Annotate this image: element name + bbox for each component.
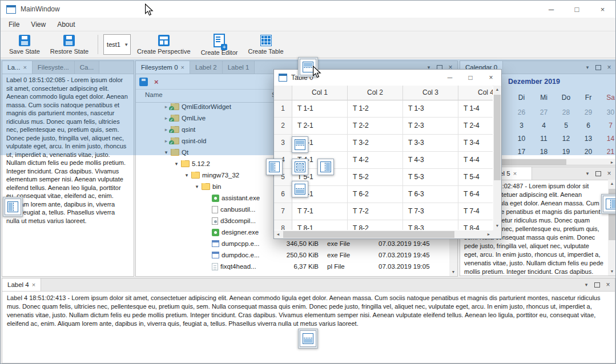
table-cell[interactable]: T 4-4 xyxy=(458,152,493,169)
folder-icon xyxy=(181,160,190,167)
table-cell[interactable]: T 7-4 xyxy=(458,203,493,220)
table-cell[interactable]: T 7-1 xyxy=(292,203,348,220)
drop-indicator-dock-left[interactable] xyxy=(266,159,283,175)
drop-indicator-right-edge[interactable] xyxy=(601,194,616,214)
table-cell[interactable]: T 1-2 xyxy=(348,100,403,118)
tab-close-icon[interactable]: × xyxy=(513,170,517,177)
menu-view[interactable]: View xyxy=(25,19,51,30)
table-row-header[interactable]: 7 xyxy=(274,203,292,220)
perspective-icon xyxy=(158,35,170,46)
table-row: 7T 7-1T 7-2T 7-3T 7-4 xyxy=(274,203,493,220)
mouse-cursor xyxy=(143,3,155,16)
create-table-button[interactable]: Create Table xyxy=(244,34,287,56)
scroll-left-icon[interactable]: ◄ xyxy=(274,230,282,238)
table-cell[interactable]: T 5-3 xyxy=(403,169,458,186)
table-cell[interactable]: T 8-2 xyxy=(348,220,403,230)
tree-row-dumpdoc-e[interactable]: dumpdoc.e...250,50 KiBexe File07.03.2019… xyxy=(136,249,449,261)
tab-label-4[interactable]: Label 4 × xyxy=(2,278,41,291)
table-row: 2T 2-1T 2-2T 2-3T 2-4 xyxy=(274,118,493,135)
table-cell[interactable]: T 4-3 xyxy=(403,152,458,169)
table-cell[interactable]: T 8-1 xyxy=(292,220,348,230)
table-row-header[interactable]: 6 xyxy=(274,186,292,203)
table-row-header[interactable]: 2 xyxy=(274,118,292,135)
table-row-header[interactable]: 1 xyxy=(274,100,292,118)
maximize-button[interactable]: □ xyxy=(460,70,481,86)
drop-indicator-dock-center[interactable] xyxy=(292,159,308,175)
scroll-up-icon[interactable]: ▲ xyxy=(493,86,501,94)
drop-indicator-left-edge[interactable] xyxy=(3,197,23,217)
table-cell[interactable]: T 4-2 xyxy=(348,152,403,169)
dock-menu-icon[interactable]: ▾ xyxy=(584,169,591,177)
menu-file[interactable]: File xyxy=(3,19,25,30)
table-row-header[interactable]: 8 xyxy=(274,220,292,230)
drop-indicator-dock-bottom[interactable] xyxy=(292,181,308,197)
table-cell[interactable]: T 2-4 xyxy=(458,118,493,135)
table-cell[interactable]: T 6-3 xyxy=(403,186,458,203)
table-hscrollbar[interactable]: ◄ ► xyxy=(274,230,493,238)
file-gray-icon xyxy=(212,206,218,213)
table-window-icon xyxy=(279,74,287,82)
expander-open-icon[interactable]: ▾ xyxy=(183,172,191,178)
tree-row-fixqt4head[interactable]: fixqt4head...6,37 KiBpl File07.03.2019 1… xyxy=(136,261,449,272)
drop-indicator-bottom-edge[interactable] xyxy=(298,329,318,349)
table-cell[interactable]: T 6-4 xyxy=(458,186,493,203)
tab-close-icon[interactable]: × xyxy=(32,281,35,288)
scroll-right-icon[interactable]: ► xyxy=(608,159,616,165)
table-header-row: Col 1Col 2Col 3Col 4 xyxy=(274,86,493,100)
table-row: 8T 8-1T 8-2T 8-3T 8-4 xyxy=(274,220,493,230)
table-cell[interactable]: T 5-4 xyxy=(458,169,493,186)
table-cell[interactable]: T 1-3 xyxy=(403,100,458,118)
table-column-header-col-2[interactable]: Col 2 xyxy=(348,86,403,100)
close-button[interactable]: × xyxy=(590,1,615,18)
table-cell[interactable]: T 6-2 xyxy=(348,186,403,203)
table-column-header-col-4[interactable]: Col 4 xyxy=(458,86,493,100)
tree-row-dumpcpp-e[interactable]: dumpcpp.e...346,50 KiBexe File07.03.2019… xyxy=(136,238,449,249)
minimize-button[interactable]: ─ xyxy=(440,70,460,86)
scroll-right-icon[interactable]: ► xyxy=(485,230,493,238)
perspective-combobox[interactable]: test1 ▼ xyxy=(103,34,131,55)
scroll-down-icon[interactable]: ▼ xyxy=(493,222,501,230)
table-column-header-col-1[interactable]: Col 1 xyxy=(292,86,348,100)
table-cell[interactable]: T 5-2 xyxy=(348,169,403,186)
save-state-button[interactable]: Save State xyxy=(5,34,44,56)
maximize-button[interactable]: □ xyxy=(564,1,590,18)
table-cell[interactable]: T 7-3 xyxy=(403,203,458,220)
table-cell[interactable]: T 2-3 xyxy=(403,118,458,135)
dock-float-icon[interactable] xyxy=(595,169,602,177)
save-icon xyxy=(19,35,30,46)
dock-float-icon[interactable] xyxy=(594,281,601,289)
table-cell[interactable]: T 8-4 xyxy=(458,220,493,230)
table-cell[interactable]: T 2-1 xyxy=(292,118,348,135)
table-row-header[interactable]: 3 xyxy=(274,135,292,152)
menu-about[interactable]: About xyxy=(51,19,80,30)
expander-open-icon[interactable]: ▾ xyxy=(193,184,201,189)
create-editor-button[interactable]: Create Editor xyxy=(197,33,242,57)
table-cell[interactable]: T 2-2 xyxy=(348,118,403,135)
scroll-down-icon[interactable]: ▼ xyxy=(608,268,616,276)
menubar: FileViewAbout xyxy=(1,18,615,31)
minimize-button[interactable]: ─ xyxy=(538,1,564,18)
table-cell[interactable]: T 7-2 xyxy=(348,203,403,220)
dock-close-icon[interactable]: × xyxy=(605,281,611,289)
restore-state-button[interactable]: Restore State xyxy=(46,34,92,56)
table-cell[interactable]: T 1-4 xyxy=(458,100,493,118)
scroll-down-icon[interactable]: ▼ xyxy=(449,268,457,276)
drop-indicator-dock-right[interactable] xyxy=(317,159,334,175)
table-column-header-col-3[interactable]: Col 3 xyxy=(403,86,458,100)
scroll-thumb[interactable] xyxy=(494,95,501,180)
table-cell[interactable]: T 3-4 xyxy=(458,135,493,152)
dock-menu-icon[interactable]: ▾ xyxy=(583,281,590,289)
close-button[interactable]: × xyxy=(481,70,501,86)
main-window: MainWindow ─ □ × FileViewAbout Save Stat… xyxy=(0,0,616,364)
drop-indicator-dock-top[interactable] xyxy=(292,136,308,153)
dock-close-icon[interactable]: × xyxy=(606,169,613,177)
expander-open-icon[interactable]: ▾ xyxy=(172,161,180,167)
table-cell[interactable]: T 8-3 xyxy=(403,220,458,230)
scroll-thumb[interactable] xyxy=(283,231,454,238)
table-cell[interactable]: T 3-3 xyxy=(403,135,458,152)
scroll-up-icon[interactable]: ▲ xyxy=(608,180,616,188)
table-cell[interactable]: T 3-2 xyxy=(348,135,403,152)
table-vscrollbar[interactable]: ▲ ▼ xyxy=(493,86,501,230)
table-cell[interactable]: T 1-1 xyxy=(292,100,348,118)
create-perspective-button[interactable]: Create Perspective xyxy=(133,34,195,56)
